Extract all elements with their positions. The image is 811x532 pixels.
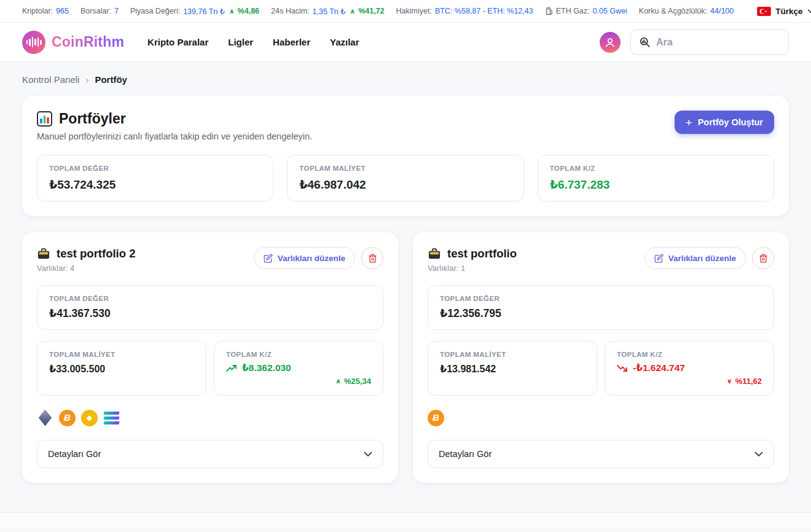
stat-label: TOPLAM MALİYET [299,165,511,172]
stat-value-link[interactable]: 1,35 Tn ₺ [313,7,346,16]
portfolio-total-pnl: TOPLAM K/Z ₺8.362.030 ∧ %25,34 [214,341,383,396]
briefcase-icon [37,248,50,260]
stat-label: ETH Gaz: [556,7,590,15]
total-pnl-stat: TOPLAM K/Z ₺6.737.283 [538,155,774,201]
chevron-down-icon [807,9,811,14]
caret-up-icon: ∧ [229,7,235,15]
brand-logo[interactable]: CoinRithm [22,31,124,54]
stat-value: ₺53.724.325 [49,178,261,192]
stat-value-link[interactable]: 44/100 [710,7,734,15]
stat-label: Korku & Açgözlülük: [639,7,707,15]
stat-label: TOPLAM DEĞER [49,165,261,172]
edit-pencil-icon [264,254,273,263]
chevron-down-icon [754,452,763,457]
stat-value-link[interactable]: 139,76 Tn ₺ [183,7,225,16]
chevron-down-icon [364,452,372,457]
total-cost-stat: TOPLAM MALİYET ₺46.987.042 [287,155,523,201]
trend-up-icon [226,364,237,372]
portfolio-total-cost: TOPLAM MALİYET ₺33.005.500 [37,341,206,396]
assets-count: Varlıklar: 1 [428,264,517,273]
global-stats-bar: Kriptolar: 965 Borsalar: 7 Piyasa Değeri… [0,0,811,23]
assets-count: Varlıklar: 4 [37,264,135,273]
stat-change: %41,72 [358,7,384,15]
brand-name: CoinRithm [52,34,124,50]
gas-pump-icon [545,7,553,15]
pnl-value: -₺1.624.747 [633,362,685,374]
view-details-button[interactable]: Detayları Gör [428,440,774,468]
turkish-flag-icon [757,7,771,16]
trash-icon [759,254,768,263]
language-selector[interactable]: Türkçe [757,7,811,16]
search-input[interactable] [656,37,780,48]
portfolio-total-value: TOPLAM DEĞER ₺12.356.795 [428,285,774,330]
breadcrumb: Kontrol Paneli › Portföy [22,74,789,85]
bnb-icon: ◆ [81,410,98,426]
edit-assets-button[interactable]: Varlıkları düzenle [254,247,355,269]
bitcoin-icon: Ƀ [428,410,444,426]
header-right [600,29,789,55]
edit-pencil-icon [654,254,664,263]
create-portfolio-button[interactable]: + Portföy Oluştur [675,111,774,134]
portfolio-name: test portfolio [447,247,517,260]
stat-exchanges: Borsalar: 7 [80,7,119,15]
stat-label: Piyasa Değeri: [130,7,180,15]
plus-icon: + [686,117,692,128]
stat-dominance: Hakimiyet: BTC: %58,87 - ETH: %12,43 [396,7,533,15]
edit-assets-button[interactable]: Varlıkları düzenle [644,247,746,269]
caret-up-icon: ∧ [335,377,341,385]
stat-change: %4,86 [238,7,259,15]
coin-icons-row: Ƀ [428,409,774,426]
stat-volume: 24s Hacim: 1,35 Tn ₺ ∧ %41,72 [271,7,384,16]
portfolios-summary-card: Portföyler Manuel portföylerinizi canlı … [22,96,789,216]
stat-cryptos: Kriptolar: 965 [22,7,69,15]
nav-item-news[interactable]: Haberler [273,37,310,47]
view-details-button[interactable]: Detayları Gör [37,440,383,468]
bitcoin-icon: Ƀ [59,410,76,426]
nav-item-cryptos[interactable]: Kripto Paralar [147,37,208,47]
stat-label: Borsalar: [80,7,111,15]
caret-down-icon: ∨ [727,377,732,385]
page-title: Portföyler [59,111,126,127]
stat-label: TOPLAM K/Z [550,165,762,172]
language-label: Türkçe [775,7,802,16]
caret-up-icon: ∧ [350,7,355,15]
portfolio-total-value: TOPLAM DEĞER ₺41.367.530 [37,285,383,330]
stat-value-link[interactable]: 0.05 Gwei [593,7,627,15]
portfolio-card: test portfolio 2 Varlıklar: 4 Varlıkları… [22,232,398,483]
main-header: CoinRithm Kripto Paralar Ligler Haberler… [0,23,811,62]
nav-item-leagues[interactable]: Ligler [228,37,253,47]
pnl-percent: ∨ %11,62 [617,377,762,386]
stat-value-link[interactable]: BTC: %58,87 - ETH: %12,43 [435,7,533,15]
coin-icons-row: Ƀ◆ [37,409,383,426]
stat-value-link[interactable]: 965 [56,7,69,15]
stat-label: 24s Hacim: [271,7,310,15]
pnl-value: ₺8.362.030 [242,362,291,374]
delete-portfolio-button[interactable] [752,247,774,269]
portfolio-card: test portfolio Varlıklar: 1 Varlıkları d… [413,232,789,483]
search-box [630,29,789,55]
stat-market-cap: Piyasa Değeri: 139,76 Tn ₺ ∧ %4,86 [130,7,259,16]
nav-item-articles[interactable]: Yazılar [330,37,359,47]
breadcrumb-dashboard[interactable]: Kontrol Paneli [22,74,79,85]
trash-icon [368,254,377,263]
trend-down-icon [617,364,628,372]
stat-value: ₺46.987.042 [299,178,511,192]
user-avatar[interactable] [600,32,621,53]
portfolio-total-cost: TOPLAM MALİYET ₺13.981.542 [428,341,597,396]
coinrithm-logo-icon [22,31,45,54]
delete-portfolio-button[interactable] [361,247,383,269]
portfolio-name: test portfolio 2 [57,247,135,260]
main-nav: Kripto Paralar Ligler Haberler Yazılar [147,37,359,47]
total-value-stat: TOPLAM DEĞER ₺53.724.325 [37,155,273,201]
footer-divider [0,512,811,528]
stat-value: ₺6.737.283 [550,178,762,192]
stat-eth-gas: ETH Gaz: 0.05 Gwei [545,7,627,15]
stat-value-link[interactable]: 7 [114,7,119,15]
portfolio-total-pnl: TOPLAM K/Z -₺1.624.747 ∨ %11,62 [605,341,774,396]
bar-chart-icon [37,111,52,127]
stat-fear-greed: Korku & Açgözlülük: 44/100 [639,7,734,15]
stat-label: Kriptolar: [22,7,53,15]
stat-label: Hakimiyet: [396,7,432,15]
briefcase-icon [428,248,441,260]
breadcrumb-separator: › [85,74,88,85]
